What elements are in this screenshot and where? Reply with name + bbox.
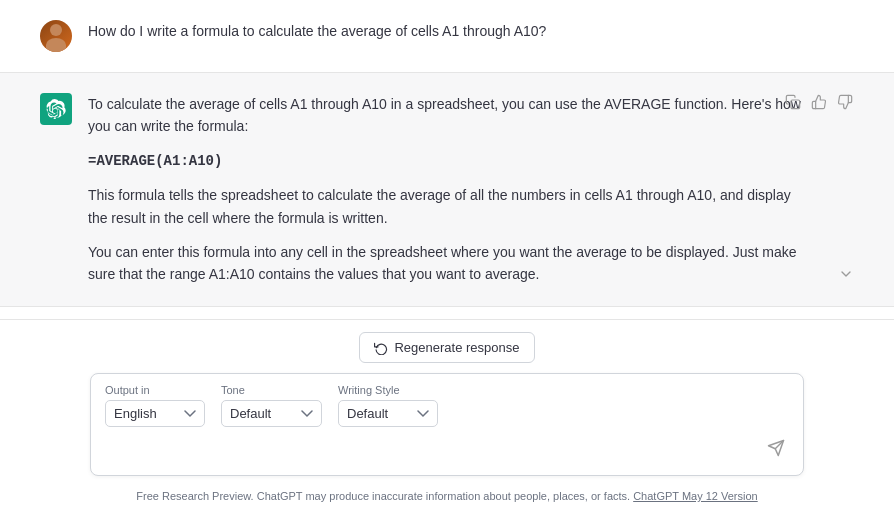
- regenerate-label: Regenerate response: [394, 340, 519, 355]
- regenerate-row: Regenerate response: [0, 320, 894, 373]
- send-icon: [767, 439, 785, 457]
- controls-row: Output in English Spanish French German …: [105, 384, 789, 427]
- regenerate-button[interactable]: Regenerate response: [359, 332, 534, 363]
- assistant-message-row: To calculate the average of cells A1 thr…: [0, 73, 894, 307]
- footer-link[interactable]: ChatGPT May 12 Version: [633, 490, 758, 502]
- chat-area: How do I write a formula to calculate th…: [0, 0, 894, 319]
- user-message-text: How do I write a formula to calculate th…: [88, 20, 808, 42]
- send-row: [105, 435, 789, 465]
- user-message-content: How do I write a formula to calculate th…: [88, 20, 808, 42]
- bottom-area: Regenerate response Output in English Sp…: [0, 319, 894, 510]
- regenerate-icon: [374, 341, 388, 355]
- input-container: Output in English Spanish French German …: [90, 373, 804, 476]
- footer-text: Free Research Preview. ChatGPT may produ…: [136, 490, 630, 502]
- thumbs-up-icon[interactable]: [810, 93, 828, 111]
- footer: Free Research Preview. ChatGPT may produ…: [0, 484, 894, 510]
- scroll-down-icon[interactable]: [838, 266, 854, 286]
- send-button[interactable]: [763, 435, 789, 465]
- user-avatar: [40, 20, 72, 52]
- writing-style-select[interactable]: Default Academic Business Casual Creativ…: [338, 400, 438, 427]
- tone-select[interactable]: Default Formal Casual Assertive Optimist…: [221, 400, 322, 427]
- output-label: Output in: [105, 384, 205, 396]
- thumbs-down-icon[interactable]: [836, 93, 854, 111]
- assistant-para2: This formula tells the spreadsheet to ca…: [88, 184, 808, 229]
- assistant-para1: To calculate the average of cells A1 thr…: [88, 93, 808, 138]
- output-select[interactable]: English Spanish French German Chinese Ja…: [105, 400, 205, 427]
- output-control: Output in English Spanish French German …: [105, 384, 205, 427]
- writing-style-label: Writing Style: [338, 384, 438, 396]
- action-icons: [784, 93, 854, 111]
- writing-style-control: Writing Style Default Academic Business …: [338, 384, 438, 427]
- copy-icon[interactable]: [784, 93, 802, 111]
- user-message-row: How do I write a formula to calculate th…: [0, 0, 894, 73]
- svg-rect-0: [791, 100, 800, 109]
- assistant-message-content: To calculate the average of cells A1 thr…: [88, 93, 808, 286]
- tone-label: Tone: [221, 384, 322, 396]
- chatgpt-icon: [46, 99, 66, 119]
- assistant-para3: You can enter this formula into any cell…: [88, 241, 808, 286]
- gpt-avatar: [40, 93, 72, 125]
- tone-control: Tone Default Formal Casual Assertive Opt…: [221, 384, 322, 427]
- formula-code: =AVERAGE(A1:A10): [88, 150, 808, 172]
